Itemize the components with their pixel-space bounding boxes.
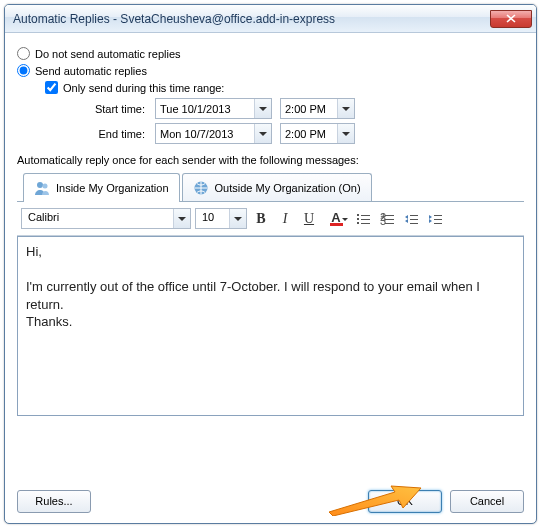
tabs: Inside My Organization Outside My Organi… xyxy=(17,172,524,202)
bold-button[interactable]: B xyxy=(251,209,271,229)
radio-dont-send-label: Do not send automatic replies xyxy=(35,48,181,60)
radio-send-input[interactable] xyxy=(17,64,30,77)
end-time-input[interactable] xyxy=(281,124,337,143)
tab-inside-label: Inside My Organization xyxy=(56,182,169,194)
underline-button[interactable]: U xyxy=(299,209,319,229)
ok-button[interactable]: OK xyxy=(368,490,442,513)
bullet-list-button[interactable] xyxy=(353,209,373,229)
radio-dont-send[interactable]: Do not send automatic replies xyxy=(17,47,524,60)
svg-point-3 xyxy=(357,213,360,216)
end-date-combo[interactable] xyxy=(155,123,272,144)
italic-button[interactable]: I xyxy=(275,209,295,229)
radio-dont-send-input[interactable] xyxy=(17,47,30,60)
number-list-icon: 123 xyxy=(380,213,394,225)
start-date-combo[interactable] xyxy=(155,98,272,119)
footer: Rules... OK Cancel xyxy=(17,490,524,513)
chevron-down-icon[interactable] xyxy=(337,99,354,118)
dialog-window: Automatic Replies - SvetaCheusheva@offic… xyxy=(4,4,537,524)
radio-send-label: Send automatic replies xyxy=(35,65,147,77)
cancel-button[interactable]: Cancel xyxy=(450,490,524,513)
svg-point-5 xyxy=(357,221,360,224)
rules-button[interactable]: Rules... xyxy=(17,490,91,513)
font-size-value: 10 xyxy=(196,209,229,228)
chevron-down-icon[interactable] xyxy=(254,99,271,118)
checkbox-only-range[interactable]: Only send during this time range: xyxy=(45,81,524,94)
chevron-down-icon[interactable] xyxy=(229,209,246,228)
tab-outside-label: Outside My Organization (On) xyxy=(215,182,361,194)
titlebar: Automatic Replies - SvetaCheusheva@offic… xyxy=(5,5,536,33)
end-time-label: End time: xyxy=(77,128,145,140)
svg-point-4 xyxy=(357,217,360,220)
chevron-down-icon[interactable] xyxy=(254,124,271,143)
window-title: Automatic Replies - SvetaCheusheva@offic… xyxy=(13,12,490,26)
font-name-combo[interactable]: Calibri xyxy=(21,208,191,229)
chevron-down-icon[interactable] xyxy=(337,124,354,143)
indent-button[interactable] xyxy=(425,209,445,229)
checkbox-only-range-label: Only send during this time range: xyxy=(63,82,224,94)
people-icon xyxy=(34,180,50,196)
end-time-combo[interactable] xyxy=(280,123,355,144)
radio-send[interactable]: Send automatic replies xyxy=(17,64,524,77)
font-name-value: Calibri xyxy=(22,209,173,228)
format-toolbar: Calibri 10 B I U A 123 xyxy=(17,202,524,236)
content-area: Do not send automatic replies Send autom… xyxy=(5,33,536,424)
tab-inside-org[interactable]: Inside My Organization xyxy=(23,173,180,202)
close-icon xyxy=(506,14,516,23)
number-list-button[interactable]: 123 xyxy=(377,209,397,229)
checkbox-only-range-input[interactable] xyxy=(45,81,58,94)
svg-point-1 xyxy=(43,184,48,189)
message-editor[interactable]: Hi, I'm currently out of the office unti… xyxy=(17,236,524,416)
font-size-combo[interactable]: 10 xyxy=(195,208,247,229)
svg-point-0 xyxy=(37,182,43,188)
start-time-combo[interactable] xyxy=(280,98,355,119)
start-time-input[interactable] xyxy=(281,99,337,118)
chevron-down-icon[interactable] xyxy=(173,209,190,228)
globe-icon xyxy=(193,180,209,196)
bullet-list-icon xyxy=(356,213,370,225)
tab-outside-org[interactable]: Outside My Organization (On) xyxy=(182,173,372,201)
start-date-input[interactable] xyxy=(156,99,254,118)
start-time-row: Start time: xyxy=(77,98,524,119)
font-color-button[interactable]: A xyxy=(323,209,349,229)
indent-icon xyxy=(428,213,442,225)
close-button[interactable] xyxy=(490,10,532,28)
start-time-label: Start time: xyxy=(77,103,145,115)
outdent-icon xyxy=(404,213,418,225)
end-date-input[interactable] xyxy=(156,124,254,143)
end-time-row: End time: xyxy=(77,123,524,144)
outdent-button[interactable] xyxy=(401,209,421,229)
auto-reply-text: Automatically reply once for each sender… xyxy=(17,154,524,166)
